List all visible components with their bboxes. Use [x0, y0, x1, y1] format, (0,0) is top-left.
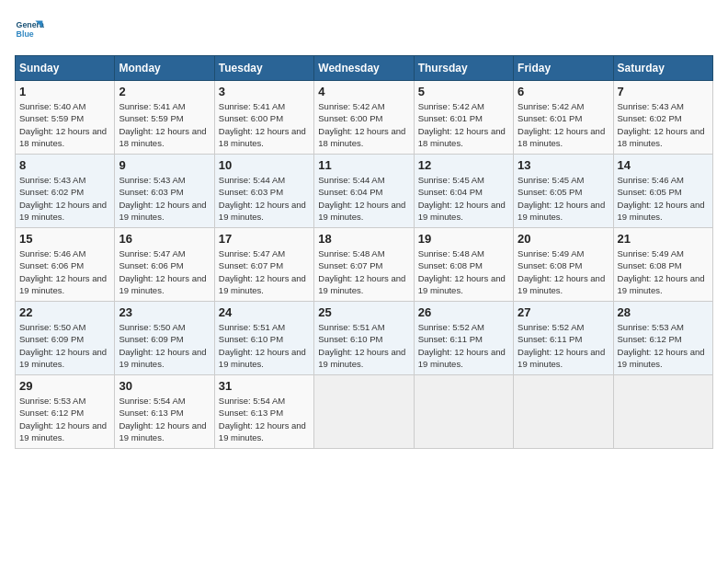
calendar-cell: 29Sunrise: 5:53 AMSunset: 6:12 PMDayligh…: [16, 375, 115, 449]
calendar-cell: 10Sunrise: 5:44 AMSunset: 6:03 PMDayligh…: [214, 155, 313, 228]
day-info: Sunrise: 5:48 AMSunset: 6:08 PMDaylight:…: [418, 247, 509, 296]
day-number: 13: [518, 158, 609, 172]
day-info: Sunrise: 5:51 AMSunset: 6:10 PMDaylight:…: [318, 321, 409, 370]
day-number: 18: [318, 232, 409, 246]
day-number: 30: [119, 379, 210, 393]
calendar-cell: 12Sunrise: 5:45 AMSunset: 6:04 PMDayligh…: [414, 155, 513, 228]
calendar-cell: 16Sunrise: 5:47 AMSunset: 6:06 PMDayligh…: [115, 228, 214, 302]
day-info: Sunrise: 5:53 AMSunset: 6:12 PMDaylight:…: [19, 395, 110, 443]
day-info: Sunrise: 5:46 AMSunset: 6:06 PMDaylight:…: [19, 247, 110, 296]
calendar-cell: 6Sunrise: 5:42 AMSunset: 6:01 PMDaylight…: [514, 81, 613, 155]
column-header-thursday: Thursday: [414, 56, 513, 81]
calendar-cell: [314, 375, 414, 449]
calendar-cell: 5Sunrise: 5:42 AMSunset: 6:01 PMDaylight…: [414, 81, 513, 155]
day-number: 11: [318, 158, 409, 172]
calendar-cell: 24Sunrise: 5:51 AMSunset: 6:10 PMDayligh…: [214, 302, 313, 375]
day-number: 22: [19, 305, 110, 319]
calendar-cell: 4Sunrise: 5:42 AMSunset: 6:00 PMDaylight…: [314, 81, 414, 155]
day-info: Sunrise: 5:48 AMSunset: 6:07 PMDaylight:…: [318, 247, 409, 296]
day-number: 25: [318, 305, 409, 319]
day-info: Sunrise: 5:46 AMSunset: 6:05 PMDaylight:…: [618, 174, 709, 223]
calendar-cell: 20Sunrise: 5:49 AMSunset: 6:08 PMDayligh…: [514, 228, 613, 302]
day-number: 20: [518, 232, 609, 246]
day-info: Sunrise: 5:41 AMSunset: 6:00 PMDaylight:…: [219, 100, 310, 149]
calendar-cell: 2Sunrise: 5:41 AMSunset: 5:59 PMDaylight…: [115, 81, 214, 155]
calendar-cell: 3Sunrise: 5:41 AMSunset: 6:00 PMDaylight…: [214, 81, 313, 155]
day-number: 9: [119, 158, 210, 172]
calendar-week-2: 8Sunrise: 5:43 AMSunset: 6:02 PMDaylight…: [16, 155, 713, 228]
day-number: 27: [518, 305, 609, 319]
calendar-cell: 27Sunrise: 5:52 AMSunset: 6:11 PMDayligh…: [514, 302, 613, 375]
day-number: 7: [618, 85, 709, 98]
calendar-cell: [613, 375, 712, 449]
calendar-cell: [414, 375, 513, 449]
day-info: Sunrise: 5:53 AMSunset: 6:12 PMDaylight:…: [618, 321, 709, 370]
calendar-cell: 21Sunrise: 5:49 AMSunset: 6:08 PMDayligh…: [613, 228, 712, 302]
day-number: 10: [219, 158, 310, 172]
day-info: Sunrise: 5:43 AMSunset: 6:03 PMDaylight:…: [119, 174, 210, 223]
calendar-week-1: 1Sunrise: 5:40 AMSunset: 5:59 PMDaylight…: [16, 81, 713, 155]
logo: General Blue: [15, 15, 44, 44]
calendar-cell: 15Sunrise: 5:46 AMSunset: 6:06 PMDayligh…: [16, 228, 115, 302]
calendar-cell: 22Sunrise: 5:50 AMSunset: 6:09 PMDayligh…: [16, 302, 115, 375]
day-info: Sunrise: 5:47 AMSunset: 6:06 PMDaylight:…: [119, 247, 210, 296]
day-info: Sunrise: 5:43 AMSunset: 6:02 PMDaylight:…: [618, 100, 709, 149]
calendar-cell: 28Sunrise: 5:53 AMSunset: 6:12 PMDayligh…: [613, 302, 712, 375]
calendar-cell: 18Sunrise: 5:48 AMSunset: 6:07 PMDayligh…: [314, 228, 414, 302]
day-number: 8: [19, 158, 110, 172]
day-info: Sunrise: 5:52 AMSunset: 6:11 PMDaylight:…: [418, 321, 509, 370]
day-info: Sunrise: 5:42 AMSunset: 6:01 PMDaylight:…: [518, 100, 609, 149]
calendar-table: SundayMondayTuesdayWednesdayThursdayFrid…: [15, 55, 713, 449]
day-info: Sunrise: 5:47 AMSunset: 6:07 PMDaylight:…: [219, 247, 310, 296]
column-header-tuesday: Tuesday: [214, 56, 313, 81]
day-info: Sunrise: 5:41 AMSunset: 5:59 PMDaylight:…: [119, 100, 210, 149]
calendar-cell: 13Sunrise: 5:45 AMSunset: 6:05 PMDayligh…: [514, 155, 613, 228]
day-number: 5: [418, 85, 509, 98]
calendar-cell: 8Sunrise: 5:43 AMSunset: 6:02 PMDaylight…: [16, 155, 115, 228]
calendar-cell: 31Sunrise: 5:54 AMSunset: 6:13 PMDayligh…: [214, 375, 313, 449]
column-header-sunday: Sunday: [16, 56, 115, 81]
column-header-wednesday: Wednesday: [314, 56, 414, 81]
day-info: Sunrise: 5:49 AMSunset: 6:08 PMDaylight:…: [618, 247, 709, 296]
calendar-cell: 11Sunrise: 5:44 AMSunset: 6:04 PMDayligh…: [314, 155, 414, 228]
day-number: 12: [418, 158, 509, 172]
calendar-cell: 19Sunrise: 5:48 AMSunset: 6:08 PMDayligh…: [414, 228, 513, 302]
svg-text:Blue: Blue: [17, 29, 34, 39]
day-info: Sunrise: 5:44 AMSunset: 6:04 PMDaylight:…: [318, 174, 409, 223]
calendar-cell: 25Sunrise: 5:51 AMSunset: 6:10 PMDayligh…: [314, 302, 414, 375]
calendar-cell: 17Sunrise: 5:47 AMSunset: 6:07 PMDayligh…: [214, 228, 313, 302]
calendar-cell: 14Sunrise: 5:46 AMSunset: 6:05 PMDayligh…: [613, 155, 712, 228]
column-header-monday: Monday: [115, 56, 214, 81]
day-number: 19: [418, 232, 509, 246]
day-number: 1: [19, 85, 110, 98]
column-header-saturday: Saturday: [613, 56, 712, 81]
day-number: 31: [219, 379, 310, 393]
day-info: Sunrise: 5:54 AMSunset: 6:13 PMDaylight:…: [219, 395, 310, 443]
day-info: Sunrise: 5:42 AMSunset: 6:01 PMDaylight:…: [418, 100, 509, 149]
calendar-cell: 26Sunrise: 5:52 AMSunset: 6:11 PMDayligh…: [414, 302, 513, 375]
header-row: SundayMondayTuesdayWednesdayThursdayFrid…: [16, 56, 713, 81]
page-header: General Blue: [15, 15, 713, 44]
day-number: 26: [418, 305, 509, 319]
day-info: Sunrise: 5:50 AMSunset: 6:09 PMDaylight:…: [19, 321, 110, 370]
day-info: Sunrise: 5:45 AMSunset: 6:05 PMDaylight:…: [518, 174, 609, 223]
day-number: 14: [618, 158, 709, 172]
day-info: Sunrise: 5:44 AMSunset: 6:03 PMDaylight:…: [219, 174, 310, 223]
day-info: Sunrise: 5:50 AMSunset: 6:09 PMDaylight:…: [119, 321, 210, 370]
day-number: 16: [119, 232, 210, 246]
day-number: 17: [219, 232, 310, 246]
day-number: 4: [318, 85, 409, 98]
calendar-cell: [514, 375, 613, 449]
day-info: Sunrise: 5:40 AMSunset: 5:59 PMDaylight:…: [19, 100, 110, 149]
calendar-week-3: 15Sunrise: 5:46 AMSunset: 6:06 PMDayligh…: [16, 228, 713, 302]
day-number: 2: [119, 85, 210, 98]
calendar-week-4: 22Sunrise: 5:50 AMSunset: 6:09 PMDayligh…: [16, 302, 713, 375]
calendar-cell: 7Sunrise: 5:43 AMSunset: 6:02 PMDaylight…: [613, 81, 712, 155]
day-info: Sunrise: 5:51 AMSunset: 6:10 PMDaylight:…: [219, 321, 310, 370]
day-info: Sunrise: 5:43 AMSunset: 6:02 PMDaylight:…: [19, 174, 110, 223]
day-number: 24: [219, 305, 310, 319]
day-info: Sunrise: 5:42 AMSunset: 6:00 PMDaylight:…: [318, 100, 409, 149]
day-number: 3: [219, 85, 310, 98]
day-number: 6: [518, 85, 609, 98]
day-info: Sunrise: 5:49 AMSunset: 6:08 PMDaylight:…: [518, 247, 609, 296]
